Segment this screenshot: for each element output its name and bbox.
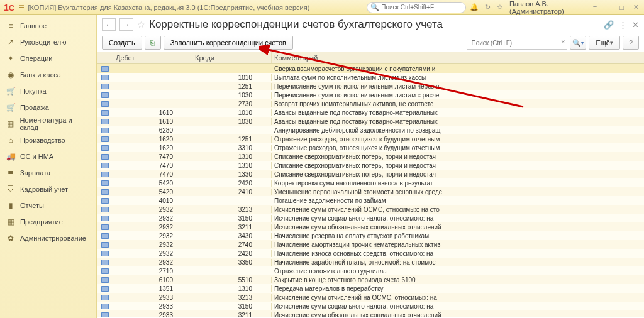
table-row[interactable]: 74701310Списание сверхнормативных потерь… <box>97 152 644 161</box>
close-page-icon[interactable]: ✕ <box>632 20 639 30</box>
table-row[interactable]: 29323213Исчисление сумм отчислений ОСМС,… <box>97 205 644 214</box>
sidebar-item-3[interactable]: ◉Банк и касса <box>0 67 96 83</box>
sidebar-item-1[interactable]: ↗Руководителю <box>0 34 96 50</box>
table-row[interactable]: 29323211Исчисление сумм обязательных соц… <box>97 222 644 231</box>
star-icon[interactable]: ☆ <box>497 3 503 11</box>
table-row[interactable]: 1010Выплата сумм по исполнительным листа… <box>97 73 644 82</box>
table-row[interactable]: 29333213Исчисление сумм отчислений на ОС… <box>97 293 644 302</box>
col-credit[interactable]: Кредит <box>192 52 272 63</box>
table-row[interactable]: 29323150Исчисление сумм социального нало… <box>97 214 644 222</box>
copy-button[interactable]: ⎘ <box>145 36 161 50</box>
global-search-input[interactable] <box>367 2 466 13</box>
user-label[interactable]: Павлов А.В. (Администратор) <box>509 0 587 15</box>
table-row[interactable]: 61005510Закрытие в конце отчетного перио… <box>97 275 644 284</box>
logo-1c: 1C <box>4 3 14 13</box>
forward-button[interactable]: → <box>119 18 133 31</box>
cell-debet: 2932 <box>113 215 192 222</box>
maximize-button[interactable]: □ <box>618 4 626 11</box>
row-icon <box>101 75 109 80</box>
sidebar-item-10[interactable]: ⛉Кадровый учет <box>0 181 96 197</box>
find-button[interactable]: 🔍▾ <box>570 36 586 50</box>
table-row[interactable]: 13511310Передача материалов в переработк… <box>97 284 644 293</box>
sidebar-icon: ≡ <box>6 21 15 30</box>
sidebar-item-9[interactable]: ≣Зарплата <box>0 165 96 181</box>
row-icon <box>101 101 109 107</box>
minimize-button[interactable]: _ <box>603 4 611 11</box>
table-row[interactable]: 6280Аннулирование дебиторской задолженно… <box>97 126 644 134</box>
sidebar-label: Кадровый учет <box>20 185 68 193</box>
table-search-input[interactable] <box>467 36 567 50</box>
back-button[interactable]: ← <box>102 18 116 31</box>
table-row[interactable]: 16101010Авансы выданные под поставку тов… <box>97 108 644 117</box>
cell-credit: 3150 <box>192 303 272 310</box>
table-row[interactable]: 16201251Отражение расходов, относящихся … <box>97 134 644 143</box>
table-row[interactable]: 1030Перечисление сумм по исполнительным … <box>97 90 644 99</box>
more-button[interactable]: Ещё <box>589 36 620 50</box>
table-row[interactable]: 29323350Начисление заработной платы, отн… <box>97 258 644 266</box>
cell-debet: 2932 <box>113 250 192 257</box>
cell-debet: 2932 <box>113 224 192 231</box>
sidebar-item-6[interactable]: ▦Номенклатура и склад <box>0 116 96 132</box>
cell-credit: 2730 <box>192 101 272 107</box>
table-row[interactable]: 4010Погашение задолженности по займам <box>97 196 644 205</box>
cell-comment: Отражение расходов, относящихся к будущи… <box>272 136 644 143</box>
row-icon <box>101 163 109 168</box>
sidebar-item-12[interactable]: ▦Предприятие <box>0 214 96 230</box>
sidebar-item-13[interactable]: ✿Администрирование <box>0 230 96 246</box>
cell-comment: Списание сверхнормативных потерь, порчи … <box>272 162 644 169</box>
row-icon <box>101 128 109 133</box>
row-icon <box>101 145 109 151</box>
sidebar-item-8[interactable]: 🚚ОС и НМА <box>0 148 96 165</box>
sidebar-label: Покупка <box>20 87 47 95</box>
table-row[interactable]: 16203310Отражение расходов, относящихся … <box>97 143 644 152</box>
table-row[interactable]: Сверка взаиморасчетов организации с поку… <box>97 64 644 73</box>
table-row[interactable]: 54202410Уменьшение первоначальной стоимо… <box>97 187 644 196</box>
link-icon[interactable]: 🔗 <box>604 20 614 30</box>
sidebar-item-5[interactable]: 🛒Продажа <box>0 99 96 116</box>
cell-comment: Исчисление сумм отчислений на ОСМС, отно… <box>272 294 644 301</box>
table-row[interactable]: 54202420Корректировка сумм накопленного … <box>97 178 644 187</box>
table-row[interactable]: 16101030Авансы выданные под поставку тов… <box>97 117 644 126</box>
row-icon <box>101 295 109 300</box>
table-row[interactable]: 29323430Начисление резерва на оплату отп… <box>97 231 644 240</box>
table-row[interactable]: 29322740Начисление амортизации прочих не… <box>97 240 644 249</box>
table-row[interactable]: 74701330Списание сверхнормативных потерь… <box>97 170 644 178</box>
create-button[interactable]: Создать <box>102 36 142 50</box>
sidebar-label: ОС и НМА <box>20 153 53 160</box>
user-menu-icon[interactable]: ≡ <box>593 4 597 11</box>
row-icon <box>101 189 109 195</box>
kebab-icon[interactable]: ⋮ <box>619 20 627 30</box>
help-button[interactable]: ? <box>623 36 639 50</box>
clear-search-icon[interactable]: × <box>561 38 565 45</box>
sidebar-item-11[interactable]: ▮Отчеты <box>0 197 96 214</box>
col-debet[interactable]: Дебет <box>113 52 192 63</box>
sidebar-icon: ▦ <box>6 119 15 128</box>
sidebar-item-7[interactable]: ⌂Производство <box>0 132 96 148</box>
col-comment[interactable]: Комментарий <box>272 52 644 63</box>
close-button[interactable]: ✕ <box>632 3 640 11</box>
sidebar-item-2[interactable]: ✦Операции <box>0 50 96 67</box>
cell-comment: Сверка взаиморасчетов организации с поку… <box>272 65 644 72</box>
menu-icon[interactable]: ≡ <box>18 2 24 13</box>
sidebar-item-0[interactable]: ≡Главное <box>0 18 96 34</box>
cell-comment: Списание сверхнормативных потерь, порчи … <box>272 153 644 160</box>
table-row[interactable]: 1251Перечисление сумм по исполнительным … <box>97 82 644 90</box>
cell-debet: 2932 <box>113 241 192 248</box>
top-bar: 1C ≡ [КОПИЯ] Бухгалтерия для Казахстана,… <box>0 0 644 15</box>
bell-icon[interactable]: 🔔 <box>470 3 479 11</box>
table-row[interactable]: 2730Возврат прочих нематериальных активо… <box>97 99 644 108</box>
sidebar-icon: ✦ <box>6 54 15 63</box>
cell-comment: Перечисление сумм по исполнительным лист… <box>272 83 644 90</box>
history-icon[interactable]: ↻ <box>485 3 491 11</box>
table-row[interactable]: 29333211Исчисление сумм обязательных соц… <box>97 310 644 317</box>
global-search[interactable]: 🔍 <box>367 2 466 13</box>
fill-button[interactable]: Заполнить корреспонденции счетов <box>164 36 293 50</box>
table-row[interactable]: 2710Отражение положительного гуд-вилла <box>97 266 644 275</box>
table-row[interactable]: 29333150Исчисление сумм социального нало… <box>97 302 644 310</box>
table-row[interactable]: 74701310Списание сверхнормативных потерь… <box>97 161 644 170</box>
table-row[interactable]: 29322420Начисление износа основных средс… <box>97 249 644 258</box>
favorite-icon[interactable]: ☆ <box>137 19 145 30</box>
cell-debet: 7470 <box>113 153 192 160</box>
sidebar-item-4[interactable]: 🛒Покупка <box>0 83 96 99</box>
cell-debet: 2932 <box>113 259 192 266</box>
